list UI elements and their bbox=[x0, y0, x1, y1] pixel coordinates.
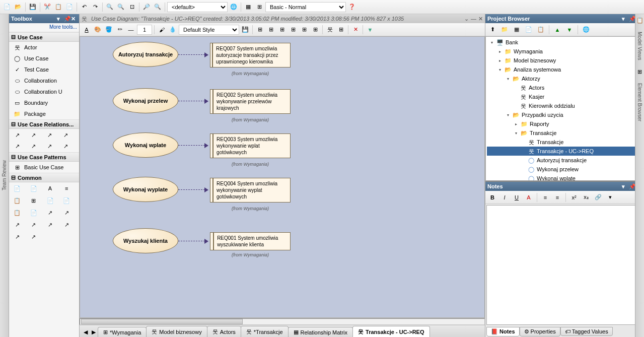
bold-icon[interactable]: B bbox=[487, 192, 497, 203]
copy-icon[interactable]: 📋 bbox=[53, 2, 63, 12]
pb-t2-icon[interactable]: 📁 bbox=[499, 25, 510, 35]
tree-przypadki[interactable]: ▾📂Przypadki uzycia bbox=[487, 110, 642, 119]
pb-t3-icon[interactable]: ▦ bbox=[512, 25, 522, 35]
section-relations[interactable]: ⊟Use Case Relations... bbox=[9, 119, 79, 129]
zoom-fit-icon[interactable]: ⊡ bbox=[127, 2, 137, 12]
rel2-icon[interactable]: ↗ bbox=[29, 131, 37, 139]
tree-model-biznesowy[interactable]: ▸📁Model biznesowy bbox=[487, 56, 642, 65]
default-combo[interactable]: <default> bbox=[167, 2, 228, 12]
section-usecase[interactable]: ⊟Use Case bbox=[9, 32, 79, 42]
c8-icon[interactable]: 📄 bbox=[62, 196, 70, 205]
rel1-icon[interactable]: ↗ bbox=[13, 131, 21, 139]
search-icon[interactable]: 🔎 bbox=[141, 2, 152, 12]
tree-kasjer[interactable]: 웃Kasjer bbox=[487, 92, 642, 101]
tab-actors[interactable]: 웃Actors bbox=[207, 326, 241, 337]
italic-icon[interactable]: I bbox=[499, 192, 510, 203]
tree-transakcje-req[interactable]: 웃Transakcje - UC->REQ bbox=[487, 147, 642, 156]
c14-icon[interactable]: ↗ bbox=[30, 221, 38, 229]
rel8-icon[interactable]: ↗ bbox=[62, 142, 70, 150]
tab-relationship-matrix[interactable]: ▦Relationship Matrix bbox=[288, 327, 353, 337]
team-review-tab[interactable]: Team Review bbox=[2, 160, 7, 190]
cut-icon[interactable]: ✂️ bbox=[42, 2, 52, 12]
rr-icon1[interactable]: 📋 bbox=[636, 17, 643, 24]
help-icon[interactable]: 🌐 bbox=[229, 2, 239, 12]
req-003[interactable]: REQ003 System umozliwia wykonywanie wpla… bbox=[210, 133, 291, 158]
item-testcase[interactable]: ✓Test Case bbox=[9, 64, 79, 75]
align4-icon[interactable]: ⊞ bbox=[288, 25, 298, 35]
tree-wymagania[interactable]: ▸📁Wymagania bbox=[487, 47, 642, 56]
req-004[interactable]: REQ004 System umozliwia wykonywanie wypl… bbox=[210, 178, 291, 203]
redo-icon[interactable]: ↷ bbox=[90, 2, 100, 12]
tree-aktorzy[interactable]: ▾📂Aktorzy bbox=[487, 74, 642, 83]
c10-icon[interactable]: 📄 bbox=[30, 209, 38, 217]
tree-wykonaj-wplate[interactable]: ◯Wykonaj wplate bbox=[487, 174, 642, 181]
notes-tab-tagged[interactable]: 🏷Tagged Values bbox=[560, 327, 613, 336]
sup-icon[interactable]: x² bbox=[569, 192, 579, 203]
rel4-icon[interactable]: ↗ bbox=[62, 131, 70, 139]
section-patterns[interactable]: ⊟Use Case Patterns bbox=[9, 152, 79, 162]
usecase-wyplate[interactable]: Wykonaj wyplate bbox=[113, 177, 178, 202]
c16-icon[interactable]: ↗ bbox=[62, 221, 70, 229]
tree-raporty[interactable]: ▸📁Raporty bbox=[487, 119, 642, 128]
save-icon[interactable]: 💾 bbox=[28, 2, 38, 12]
zoom-out-icon[interactable]: 🔍 bbox=[116, 2, 126, 12]
text-color-icon[interactable]: A bbox=[524, 192, 534, 203]
align1-icon[interactable]: ⊞ bbox=[255, 25, 265, 35]
sub-icon[interactable]: x₂ bbox=[581, 192, 591, 203]
c1-icon[interactable]: 📄 bbox=[13, 184, 21, 192]
undo-icon[interactable]: ↶ bbox=[79, 2, 89, 12]
tree-actors[interactable]: 웃Actors bbox=[487, 83, 642, 92]
rel6-icon[interactable]: ↗ bbox=[29, 142, 37, 150]
tab-transakcje[interactable]: 웃*Transakcje bbox=[241, 326, 289, 337]
section-common[interactable]: ⊟Common bbox=[9, 173, 79, 182]
notes-dropdown-icon[interactable]: ▾ bbox=[622, 183, 628, 189]
connector-3[interactable] bbox=[178, 145, 207, 146]
pb-down-icon[interactable]: ▼ bbox=[564, 25, 575, 35]
rr-icon2[interactable]: ⊞ bbox=[637, 69, 642, 75]
pb-t5-icon[interactable]: 📋 bbox=[536, 25, 546, 35]
c13-icon[interactable]: ↗ bbox=[13, 221, 21, 229]
req-002[interactable]: REQ002 System umozliwia wykonywanie prze… bbox=[210, 89, 291, 114]
align6-icon[interactable]: ⊞ bbox=[310, 25, 320, 35]
pb-pin-icon[interactable]: 📌 bbox=[629, 16, 635, 22]
delete-icon[interactable]: ✕ bbox=[350, 25, 361, 35]
tab-prev[interactable]: ◀ bbox=[82, 327, 90, 337]
dropper-icon[interactable]: 💧 bbox=[168, 25, 178, 35]
tree-analiza[interactable]: ▾📂Analiza systemowa bbox=[487, 65, 642, 74]
tool2-icon[interactable]: ⊞ bbox=[336, 25, 346, 35]
item-package[interactable]: 📁Package bbox=[9, 108, 79, 119]
tab-transakcje-req[interactable]: 웃Transakcje - UC->REQ bbox=[352, 326, 430, 337]
usecase-autoryzuj[interactable]: Autoryzuj transakcje bbox=[113, 42, 178, 67]
close-icon[interactable]: ✕ bbox=[71, 16, 77, 22]
c2-icon[interactable]: 📄 bbox=[30, 184, 38, 192]
pb-t4-icon[interactable]: 📄 bbox=[524, 25, 534, 35]
tree-bank[interactable]: ▾🖥️Bank bbox=[487, 38, 642, 47]
notes-tab-properties[interactable]: ⚙Properties bbox=[520, 327, 560, 336]
item-collaboration-u[interactable]: ⬭Collaboration U bbox=[9, 86, 79, 97]
c11-icon[interactable]: ↗ bbox=[46, 209, 54, 217]
c5-icon[interactable]: 📋 bbox=[13, 196, 21, 205]
new-icon[interactable]: 📄 bbox=[2, 2, 12, 12]
rel7-icon[interactable]: ↗ bbox=[46, 142, 54, 150]
close-canvas-icon[interactable]: ✕ bbox=[478, 16, 483, 22]
tree-wykonaj-przelew[interactable]: ◯Wykonaj przelew bbox=[487, 165, 642, 174]
rel3-icon[interactable]: ↗ bbox=[46, 131, 54, 139]
c4-icon[interactable]: ≡ bbox=[62, 184, 70, 192]
line-color-icon[interactable]: ✏ bbox=[115, 25, 125, 35]
h-scrollbar[interactable] bbox=[80, 318, 485, 325]
notes-tab-notes[interactable]: 📕Notes bbox=[486, 327, 520, 336]
pb-refresh-icon[interactable]: 🌐 bbox=[581, 25, 591, 35]
tool1-icon[interactable]: 웃 bbox=[325, 25, 335, 35]
c9-icon[interactable]: 📋 bbox=[13, 209, 21, 217]
req-001[interactable]: REQ001 System umozliwia wyszukiwanie kli… bbox=[210, 232, 291, 250]
item-basic-usecase[interactable]: ⊞Basic Use Case bbox=[9, 162, 79, 173]
connector-2[interactable] bbox=[178, 101, 207, 101]
tree-autoryzuj[interactable]: ◯Autoryzuj transakcje bbox=[487, 156, 642, 165]
minimize-icon[interactable]: — bbox=[471, 16, 476, 22]
dropdown-icon[interactable]: ▾ bbox=[57, 16, 63, 22]
connector-5[interactable] bbox=[178, 241, 207, 241]
notes-pin-icon[interactable]: 📌 bbox=[629, 183, 635, 189]
c17-icon[interactable]: ↗ bbox=[13, 233, 21, 241]
diagram-canvas[interactable]: Autoryzuj transakcje REQ007 System umozl… bbox=[80, 36, 485, 318]
tab-next[interactable]: ▶ bbox=[90, 327, 98, 337]
